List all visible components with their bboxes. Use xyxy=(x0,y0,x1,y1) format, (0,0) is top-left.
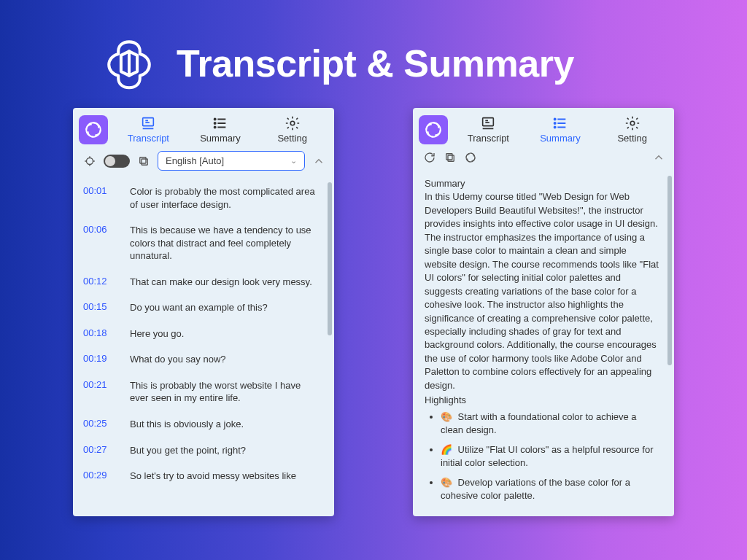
tab-bar: Transcript Summary Setting xyxy=(73,108,334,147)
language-select-value: English [Auto] xyxy=(166,155,224,166)
scrollbar[interactable] xyxy=(328,182,332,335)
svg-rect-1 xyxy=(143,118,154,126)
highlights-heading: Highlights xyxy=(425,394,659,407)
timestamp[interactable]: 00:21 xyxy=(83,379,115,405)
transcript-text: This is probably the worst website I hav… xyxy=(130,379,321,405)
svg-point-3 xyxy=(214,122,216,124)
svg-point-4 xyxy=(214,126,216,128)
brand-badge xyxy=(79,115,108,144)
copy-icon[interactable] xyxy=(444,151,457,164)
svg-rect-15 xyxy=(448,155,454,161)
transcript-list: 00:01Color is probably the most complica… xyxy=(73,179,334,490)
highlights-list: 🎨 Start with a foundational color to ach… xyxy=(425,411,659,503)
highlight-emoji: 🌈 xyxy=(441,444,452,455)
timestamp[interactable]: 00:27 xyxy=(83,444,115,457)
timestamp[interactable]: 00:25 xyxy=(83,418,115,431)
copy-icon[interactable] xyxy=(137,155,150,168)
app-logo-icon xyxy=(102,36,156,90)
highlight-item: 🎨 Start with a foundational color to ach… xyxy=(441,411,659,438)
tab-setting-label: Setting xyxy=(617,133,646,144)
timestamp[interactable]: 00:29 xyxy=(83,470,115,483)
hero-title: Transcript & Summary xyxy=(177,42,574,85)
tab-transcript[interactable]: Transcript xyxy=(452,114,525,145)
svg-point-11 xyxy=(554,118,556,120)
highlight-item: 🎨 Develop variations of the base color f… xyxy=(441,476,659,503)
tab-setting[interactable]: Setting xyxy=(256,114,328,145)
timestamp[interactable]: 00:06 xyxy=(83,224,115,262)
highlight-text: Start with a foundational color to achie… xyxy=(441,411,637,435)
tab-summary[interactable]: Summary xyxy=(185,114,257,145)
svg-point-5 xyxy=(290,121,295,125)
svg-rect-7 xyxy=(142,159,147,165)
svg-point-2 xyxy=(214,118,216,120)
refresh-icon[interactable] xyxy=(423,151,436,164)
transcript-row: 00:25But this is obviously a joke. xyxy=(83,412,321,438)
highlight-text: Develop variations of the base color for… xyxy=(441,477,630,501)
timestamp[interactable]: 00:19 xyxy=(83,353,115,366)
timestamp[interactable]: 00:18 xyxy=(83,327,115,341)
transcript-text: That can make our design look very messy… xyxy=(130,276,312,289)
tab-transcript[interactable]: Transcript xyxy=(112,114,185,145)
transcript-row: 00:18Here you go. xyxy=(83,322,321,348)
collapse-icon[interactable] xyxy=(312,155,325,168)
tab-summary-label: Summary xyxy=(200,133,241,144)
tab-setting-label: Setting xyxy=(277,133,306,144)
svg-point-13 xyxy=(554,126,556,128)
autoscroll-toggle[interactable] xyxy=(104,155,130,168)
collapse-icon[interactable] xyxy=(652,151,665,164)
language-select[interactable]: English [Auto] ⌄ xyxy=(158,151,305,171)
panels-row: Transcript Summary Setting English [Auto… xyxy=(0,108,747,516)
transcript-text: But this is obviously a joke. xyxy=(130,418,244,431)
transcript-text: Here you go. xyxy=(130,327,184,341)
transcript-row: 00:15Do you want an example of this? xyxy=(83,295,321,322)
summary-text: In this Udemy course titled "Web Design … xyxy=(425,190,659,392)
summary-panel: Transcript Summary Setting xyxy=(413,108,674,516)
svg-point-14 xyxy=(630,121,635,125)
transcript-toolbar: English [Auto] ⌄ xyxy=(73,147,334,176)
svg-rect-10 xyxy=(483,118,494,126)
tab-transcript-label: Transcript xyxy=(128,133,169,144)
summary-heading: Summary xyxy=(425,177,659,190)
tab-setting[interactable]: Setting xyxy=(596,114,668,145)
tab-summary-label: Summary xyxy=(540,133,581,144)
transcript-content: 00:01Color is probably the most complica… xyxy=(73,176,334,516)
timestamp[interactable]: 00:01 xyxy=(83,185,115,211)
summary-body: Summary In this Udemy course titled "Web… xyxy=(413,173,674,502)
transcript-row: 00:06This is because we have a tendency … xyxy=(83,218,321,270)
transcript-row: 00:01Color is probably the most complica… xyxy=(83,179,321,218)
highlight-item: 🌈 Utilize "Flat UI colors" as a helpful … xyxy=(441,443,659,470)
transcript-row: 00:27But you get the point, right? xyxy=(83,438,321,464)
locate-icon[interactable] xyxy=(83,155,96,168)
summary-toolbar xyxy=(413,147,674,170)
highlight-text: Utilize "Flat UI colors" as a helpful re… xyxy=(441,444,654,468)
transcript-text: This is because we have a tendency to us… xyxy=(130,224,321,262)
transcript-text: Do you want an example of this? xyxy=(130,301,268,314)
brand-badge xyxy=(419,115,448,144)
tab-bar: Transcript Summary Setting xyxy=(413,108,674,147)
tab-summary[interactable]: Summary xyxy=(525,114,597,145)
svg-rect-16 xyxy=(446,154,452,160)
transcript-text: But you get the point, right? xyxy=(130,444,246,457)
highlight-emoji: 🎨 xyxy=(441,477,452,488)
svg-rect-8 xyxy=(140,157,146,163)
tab-transcript-label: Transcript xyxy=(468,133,509,144)
transcript-panel: Transcript Summary Setting English [Auto… xyxy=(73,108,334,516)
svg-point-6 xyxy=(87,158,93,164)
scrollbar[interactable] xyxy=(667,176,672,365)
transcript-row: 00:29So let's try to avoid messy website… xyxy=(83,464,321,490)
transcript-row: 00:21This is probably the worst website … xyxy=(83,373,321,412)
chevron-down-icon: ⌄ xyxy=(290,156,297,166)
transcript-row: 00:19What do you say now? xyxy=(83,347,321,373)
transcript-text: So let's try to avoid messy websites lik… xyxy=(130,470,296,483)
timestamp[interactable]: 00:15 xyxy=(83,301,115,314)
timestamp[interactable]: 00:12 xyxy=(83,276,115,289)
highlight-emoji: 🎨 xyxy=(441,411,452,422)
transcript-row: 00:12That can make our design look very … xyxy=(83,270,321,296)
svg-point-12 xyxy=(554,122,556,124)
transcript-text: Color is probably the most complicated a… xyxy=(130,185,321,211)
summary-content: Summary In this Udemy course titled "Web… xyxy=(413,170,674,516)
transcript-text: What do you say now? xyxy=(130,353,226,366)
hero: Transcript & Summary xyxy=(0,0,747,108)
ai-icon[interactable] xyxy=(464,151,477,164)
